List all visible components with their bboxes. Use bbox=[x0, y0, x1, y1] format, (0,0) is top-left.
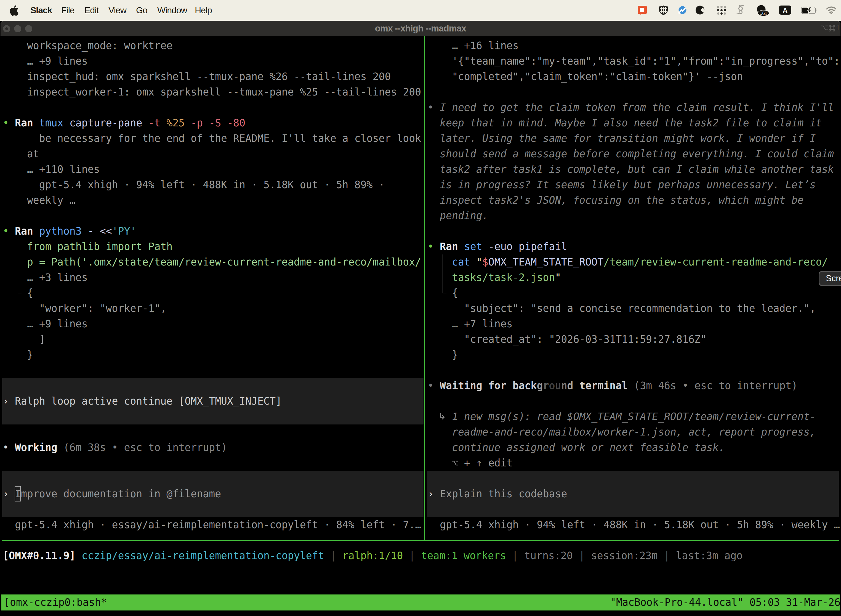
svg-text:A: A bbox=[783, 7, 787, 14]
svg-text:1: 1 bbox=[836, 24, 840, 32]
svg-text:..61: ..61 bbox=[760, 11, 767, 16]
